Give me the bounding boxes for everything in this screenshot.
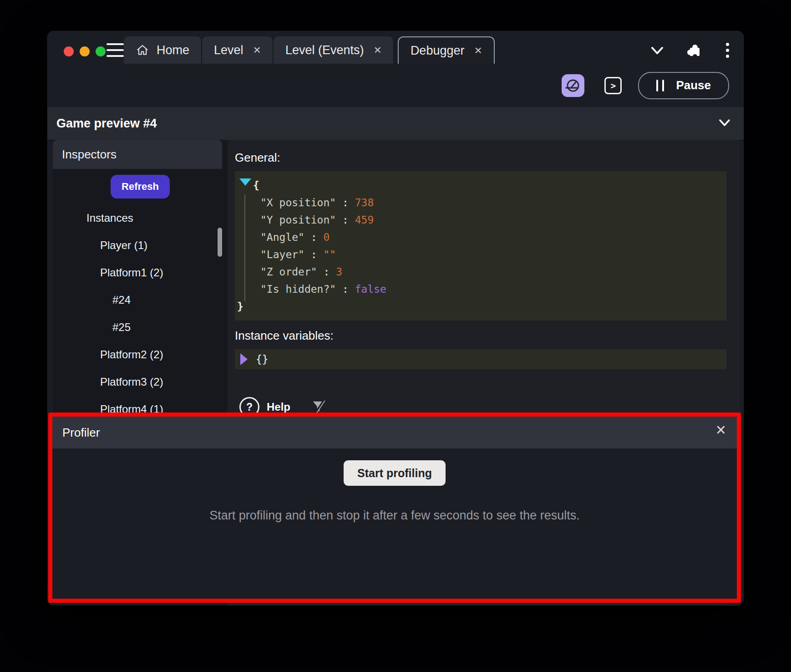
json-open-brace: { bbox=[235, 177, 726, 194]
json-entry: "Angle" : 0 bbox=[235, 229, 726, 246]
json-separator: : bbox=[304, 231, 324, 243]
json-value: 459 bbox=[355, 214, 374, 226]
general-json-viewer: { "X position" : 738"Y position" : 459"A… bbox=[235, 171, 726, 321]
tab-home[interactable]: Home bbox=[124, 36, 202, 64]
json-key: "Layer" bbox=[260, 249, 304, 260]
tab-debugger[interactable]: Debugger × bbox=[398, 36, 495, 64]
sidebar-item[interactable]: Platform2 (2) bbox=[53, 341, 228, 368]
close-icon[interactable]: × bbox=[716, 421, 726, 438]
inspector-list: InstancesPlayer (1)Platform1 (2)#24#25Pl… bbox=[53, 204, 228, 423]
console-button[interactable]: > bbox=[604, 77, 622, 94]
tab-label: Debugger bbox=[411, 44, 465, 58]
json-separator: : bbox=[336, 214, 355, 226]
sidebar-item[interactable]: #24 bbox=[53, 286, 228, 314]
profiler-toggle-button[interactable] bbox=[562, 74, 584, 97]
maximize-window-button[interactable] bbox=[96, 46, 106, 56]
title-bar: Home Level × Level (Events) × Debugger × bbox=[47, 31, 744, 64]
collapse-chevron-icon[interactable] bbox=[718, 118, 731, 128]
hamburger-menu-icon[interactable] bbox=[106, 43, 124, 57]
sidebar-item[interactable]: #25 bbox=[53, 314, 228, 341]
tab-close-icon[interactable]: × bbox=[474, 44, 482, 57]
json-key: "Z order" bbox=[260, 266, 317, 278]
instance-variables-viewer: {} bbox=[235, 349, 726, 369]
chevron-down-icon[interactable] bbox=[650, 45, 664, 56]
profiler-title: Profiler bbox=[62, 426, 100, 440]
json-separator: : bbox=[336, 197, 355, 209]
game-preview-title: Game preview #4 bbox=[56, 117, 157, 131]
speedometer-icon bbox=[565, 78, 581, 93]
json-value: 0 bbox=[323, 231, 330, 243]
json-value: "" bbox=[323, 249, 336, 260]
instance-variables-label: Instance variables: bbox=[235, 329, 726, 343]
json-key: "Angle" bbox=[260, 231, 304, 243]
json-entry: "X position" : 738 bbox=[235, 194, 726, 211]
app-window: Home Level × Level (Events) × Debugger × bbox=[47, 31, 744, 606]
json-entry: "Z order" : 3 bbox=[235, 263, 726, 280]
json-key: "Is hidden?" bbox=[260, 283, 336, 295]
json-entry: "Y position" : 459 bbox=[235, 211, 726, 229]
tab-level[interactable]: Level × bbox=[202, 36, 274, 64]
json-key: "Y position" bbox=[260, 214, 336, 226]
game-preview-header[interactable]: Game preview #4 bbox=[47, 107, 744, 141]
extensions-puzzle-icon[interactable] bbox=[688, 44, 701, 57]
tab-close-icon[interactable]: × bbox=[374, 44, 381, 56]
inspectors-header: Inspectors bbox=[53, 140, 222, 169]
sidebar-item[interactable]: Player (1) bbox=[53, 232, 228, 259]
start-profiling-button[interactable]: Start profiling bbox=[344, 460, 446, 486]
more-options-icon[interactable] bbox=[725, 42, 730, 59]
sidebar-scrollbar[interactable] bbox=[218, 228, 222, 257]
profiler-description: Start profiling and then stop it after a… bbox=[209, 509, 579, 523]
window-controls bbox=[64, 46, 106, 56]
help-label[interactable]: Help bbox=[267, 401, 290, 413]
console-glyph: > bbox=[611, 81, 616, 91]
collapse-triangle-icon[interactable] bbox=[239, 178, 251, 186]
tab-level-events[interactable]: Level (Events) × bbox=[274, 36, 394, 64]
tab-close-icon[interactable]: × bbox=[254, 44, 261, 56]
titlebar-right-icons bbox=[650, 42, 730, 59]
tab-label: Level (Events) bbox=[285, 43, 364, 57]
pause-button[interactable]: Pause bbox=[638, 72, 729, 99]
close-window-button[interactable] bbox=[64, 46, 74, 56]
json-separator: : bbox=[317, 266, 336, 278]
sidebar-item[interactable]: Instances bbox=[53, 204, 228, 232]
pause-label: Pause bbox=[676, 78, 711, 92]
tab-label: Home bbox=[157, 43, 189, 57]
json-separator: : bbox=[304, 249, 324, 260]
profiler-panel: Profiler × Start profiling Start profili… bbox=[48, 412, 741, 603]
pause-icon bbox=[656, 80, 664, 92]
json-key: "X position" bbox=[260, 197, 336, 209]
expand-triangle-icon[interactable] bbox=[240, 353, 248, 365]
json-indent-guide bbox=[244, 195, 245, 301]
tab-label: Level bbox=[214, 43, 243, 57]
tab-strip: Home Level × Level (Events) × Debugger × bbox=[124, 36, 495, 64]
json-value: 738 bbox=[355, 197, 374, 209]
minimize-window-button[interactable] bbox=[80, 46, 90, 56]
sidebar-item[interactable]: Platform1 (2) bbox=[53, 259, 228, 286]
refresh-button[interactable]: Refresh bbox=[111, 175, 170, 199]
debugger-toolbar: > Pause bbox=[47, 64, 744, 107]
sidebar-item[interactable]: Platform3 (2) bbox=[53, 368, 228, 396]
json-separator: : bbox=[336, 283, 355, 295]
screen: Home Level × Level (Events) × Debugger × bbox=[0, 0, 791, 672]
json-entry: "Is hidden?" : false bbox=[235, 280, 726, 298]
home-icon bbox=[136, 43, 149, 57]
profiler-body: Start profiling Start profiling and then… bbox=[52, 448, 737, 523]
inspectors-title: Inspectors bbox=[62, 148, 117, 162]
instance-variables-value: {} bbox=[256, 353, 269, 365]
profiler-header: Profiler × bbox=[52, 417, 737, 448]
json-entry: "Layer" : "" bbox=[235, 246, 726, 263]
json-value: 3 bbox=[336, 266, 342, 278]
json-close-brace: } bbox=[235, 298, 726, 315]
json-value: false bbox=[355, 283, 386, 295]
general-section-label: General: bbox=[235, 151, 726, 165]
